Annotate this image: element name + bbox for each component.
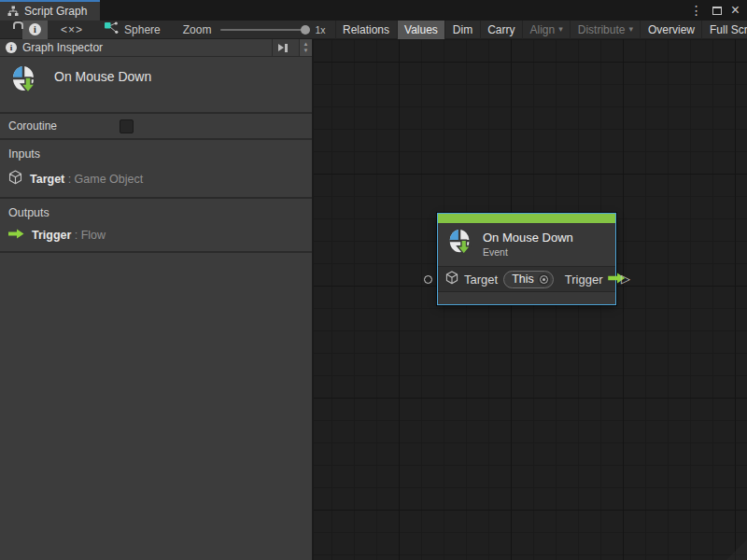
mouse-down-icon bbox=[446, 228, 474, 260]
zoom-slider-knob[interactable] bbox=[301, 25, 310, 35]
output-flow-port[interactable]: ▷ bbox=[621, 272, 630, 287]
zoom-slider[interactable] bbox=[220, 29, 309, 31]
object-picker-icon[interactable] bbox=[538, 273, 550, 286]
output-type: : Flow bbox=[75, 229, 106, 242]
info-icon: i bbox=[6, 42, 17, 53]
unit-title: On Mouse Down bbox=[54, 69, 151, 84]
on-mouse-down-node[interactable]: On Mouse Down Event Target This Trigger bbox=[438, 214, 615, 304]
inspector-toggle-button[interactable]: i bbox=[22, 21, 48, 39]
zoom-level-value: 1x bbox=[315, 24, 325, 35]
node-header[interactable]: On Mouse Down Event bbox=[438, 223, 615, 266]
chevron-down-icon: ▾ bbox=[558, 25, 563, 34]
input-row-target: Target : Game Object bbox=[8, 170, 312, 188]
code-icon[interactable]: <×> bbox=[61, 23, 83, 36]
input-flow-port[interactable] bbox=[424, 275, 432, 284]
flow-arrow-icon bbox=[8, 229, 24, 242]
cube-icon bbox=[8, 170, 22, 188]
graph-breadcrumb[interactable]: Sphere bbox=[104, 21, 161, 37]
this-value: This bbox=[512, 273, 534, 286]
graph-inspector-header: i Graph Inspector ▲ ▼ bbox=[0, 39, 312, 57]
graph-canvas[interactable]: On Mouse Down Event Target This Trigger bbox=[314, 39, 747, 560]
panel-scrub-control[interactable]: ▲ ▼ bbox=[299, 39, 312, 56]
panel-maximize-icon[interactable] bbox=[272, 39, 293, 56]
dim-button[interactable]: Dim bbox=[444, 21, 479, 39]
node-port-row: Target This Trigger ▷ bbox=[438, 266, 615, 292]
window-maximize-icon[interactable] bbox=[712, 7, 722, 15]
align-button[interactable]: Align▾ bbox=[522, 21, 570, 39]
outputs-section: Outputs Trigger : Flow bbox=[0, 199, 312, 253]
mouse-down-icon bbox=[9, 64, 39, 99]
coroutine-checkbox[interactable] bbox=[120, 119, 134, 133]
toolbar-buttons: Relations Values Dim Carry Align▾ Distri… bbox=[335, 21, 747, 39]
output-row-trigger: Trigger : Flow bbox=[8, 229, 312, 242]
input-type: : Game Object bbox=[68, 173, 144, 186]
node-event-colorbar bbox=[438, 214, 615, 223]
chevron-down-icon: ▾ bbox=[628, 25, 633, 34]
node-subtitle: Event bbox=[483, 246, 573, 258]
tab-label: Script Graph bbox=[24, 5, 87, 18]
graph-owner-label: Sphere bbox=[124, 23, 161, 36]
graph-inspector-title: Graph Inspector bbox=[22, 41, 266, 54]
target-port-label: Target bbox=[464, 273, 498, 287]
zoom-label: Zoom bbox=[183, 23, 212, 36]
node-title: On Mouse Down bbox=[483, 231, 573, 245]
graph-toolbar: i <×> Sphere Zoom 1x Relations Val bbox=[0, 21, 747, 39]
scrub-down-icon[interactable]: ▼ bbox=[303, 48, 309, 54]
script-graph-window: Script Graph ⋮ × i <×> Sphere bbox=[0, 0, 747, 560]
graph-icon bbox=[104, 21, 119, 37]
scrub-up-icon[interactable]: ▲ bbox=[303, 41, 309, 48]
unit-header: On Mouse Down bbox=[0, 57, 312, 114]
tab-script-graph[interactable]: Script Graph bbox=[0, 0, 100, 21]
inputs-header: Inputs bbox=[8, 147, 312, 161]
values-button[interactable]: Values bbox=[397, 21, 445, 39]
info-icon: i bbox=[29, 23, 41, 35]
relations-button[interactable]: Relations bbox=[335, 21, 397, 39]
inputs-section: Inputs Target : Game Object bbox=[0, 140, 312, 199]
input-name: Target bbox=[30, 173, 64, 186]
trigger-port-label: Trigger bbox=[565, 273, 603, 287]
coroutine-row: Coroutine bbox=[0, 114, 312, 140]
corner-watermark bbox=[726, 539, 747, 560]
graph-inspector-panel: i Graph Inspector ▲ ▼ On Mouse Down Coro… bbox=[0, 39, 313, 560]
carry-button[interactable]: Carry bbox=[480, 21, 522, 39]
outputs-header: Outputs bbox=[8, 206, 312, 219]
node-footer bbox=[438, 292, 615, 304]
overview-button[interactable]: Overview bbox=[640, 21, 701, 39]
coroutine-label: Coroutine bbox=[8, 119, 57, 133]
cube-icon bbox=[445, 271, 458, 287]
output-name: Trigger bbox=[32, 229, 71, 242]
zoom-control: Zoom 1x bbox=[183, 23, 326, 36]
distribute-button[interactable]: Distribute▾ bbox=[570, 21, 640, 39]
tab-bar: Script Graph ⋮ × bbox=[0, 0, 747, 21]
window-controls: ⋮ × bbox=[690, 0, 747, 21]
script-graph-icon bbox=[7, 6, 19, 17]
window-close-icon[interactable]: × bbox=[731, 3, 740, 18]
full-screen-button[interactable]: Full Screen bbox=[701, 21, 747, 39]
this-object-field[interactable]: This bbox=[503, 271, 554, 288]
window-menu-icon[interactable]: ⋮ bbox=[690, 4, 703, 17]
